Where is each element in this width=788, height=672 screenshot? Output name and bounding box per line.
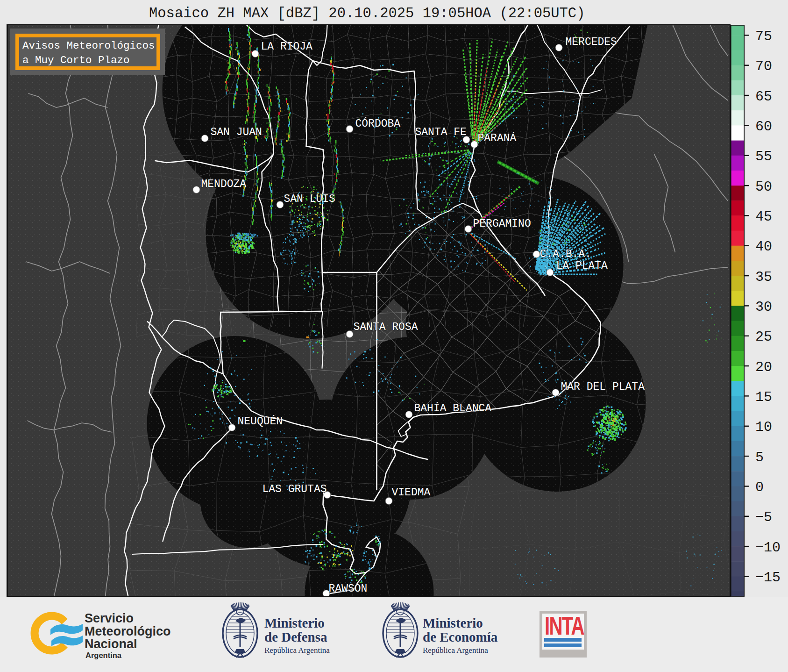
svg-text:50: 50 xyxy=(755,179,772,195)
svg-text:Ministerio: Ministerio xyxy=(264,615,325,630)
svg-text:C.A.B.A.: C.A.B.A. xyxy=(540,248,591,260)
svg-text:NEUQUÉN: NEUQUÉN xyxy=(237,415,283,428)
svg-text:SANTA FE: SANTA FE xyxy=(415,126,466,138)
svg-text:RAWSON: RAWSON xyxy=(328,583,367,595)
svg-text:LA PLATA: LA PLATA xyxy=(556,260,608,272)
svg-text:0: 0 xyxy=(755,479,764,495)
svg-text:75: 75 xyxy=(755,29,772,44)
svg-text:MENDOZA: MENDOZA xyxy=(201,178,246,190)
svg-text:PERGAMINO: PERGAMINO xyxy=(473,218,531,230)
svg-text:LA RIOJA: LA RIOJA xyxy=(261,41,312,53)
svg-text:SANTA ROSA: SANTA ROSA xyxy=(353,321,418,333)
svg-text:República Argentina: República Argentina xyxy=(423,646,488,655)
svg-text:SAN JUAN: SAN JUAN xyxy=(210,126,262,138)
svg-text:de Economía: de Economía xyxy=(423,629,498,644)
svg-text:CÓRDOBA: CÓRDOBA xyxy=(355,117,400,130)
svg-text:Ministerio: Ministerio xyxy=(423,615,483,630)
svg-text:25: 25 xyxy=(755,329,772,345)
svg-text:40: 40 xyxy=(755,239,772,255)
svg-text:55: 55 xyxy=(755,149,772,164)
svg-text:30: 30 xyxy=(755,299,772,315)
svg-text:de Defensa: de Defensa xyxy=(264,629,327,644)
svg-text:5: 5 xyxy=(755,450,764,465)
svg-text:35: 35 xyxy=(755,269,772,285)
svg-text:MERCEDES: MERCEDES xyxy=(565,36,617,48)
svg-text:−5: −5 xyxy=(755,509,772,525)
svg-text:−15: −15 xyxy=(755,570,781,586)
svg-text:65: 65 xyxy=(755,89,772,105)
svg-text:60: 60 xyxy=(755,119,772,135)
svg-text:10: 10 xyxy=(755,419,772,435)
svg-text:PARANÁ: PARANÁ xyxy=(477,132,516,144)
svg-text:MAR DEL PLATA: MAR DEL PLATA xyxy=(561,381,645,393)
svg-text:SAN LUIS: SAN LUIS xyxy=(284,193,335,205)
svg-text:15: 15 xyxy=(755,389,772,405)
svg-text:20: 20 xyxy=(755,359,772,375)
svg-text:VIEDMA: VIEDMA xyxy=(391,486,430,499)
svg-text:70: 70 xyxy=(755,58,772,74)
svg-text:República Argentina: República Argentina xyxy=(264,646,330,655)
svg-text:−10: −10 xyxy=(755,540,781,556)
svg-text:45: 45 xyxy=(755,209,772,225)
svg-text:BAHÍA BLANCA: BAHÍA BLANCA xyxy=(414,402,491,415)
svg-text:LAS GRUTAS: LAS GRUTAS xyxy=(262,483,327,495)
